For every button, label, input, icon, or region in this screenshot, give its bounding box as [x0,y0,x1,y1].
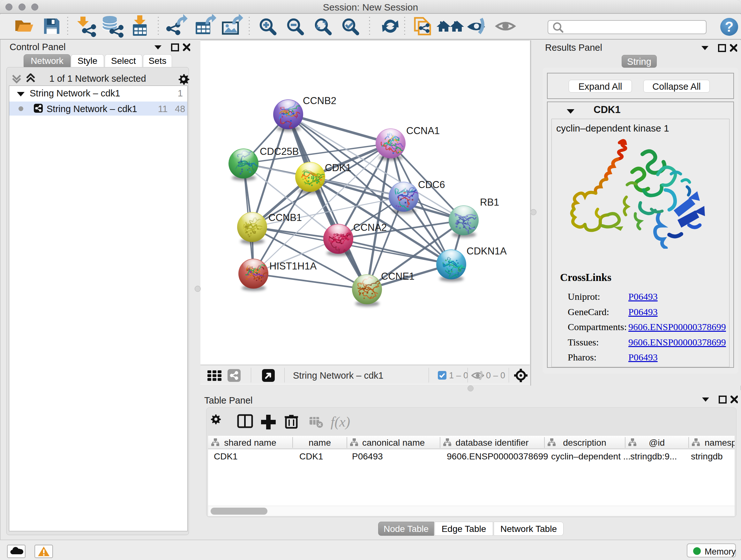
svg-text:CDK1: CDK1 [325,162,351,173]
svg-text:?: ? [725,19,734,35]
svg-text:CCNB1: CCNB1 [268,212,302,223]
svg-text:namespace: namespace [704,438,735,448]
svg-text:name: name [309,438,331,448]
svg-text:CDC25B: CDC25B [260,146,299,157]
svg-text:CCNA2: CCNA2 [353,222,387,233]
svg-text:CDC6: CDC6 [418,179,445,190]
svg-text:CDKN1A: CDKN1A [467,246,507,257]
svg-text:canonical name: canonical name [362,438,425,448]
svg-text:database identifier: database identifier [456,438,529,448]
svg-text:CCNA1: CCNA1 [406,125,440,136]
svg-text:CCNE1: CCNE1 [381,271,414,282]
svg-text:CCNB2: CCNB2 [303,95,336,106]
svg-text:HIST1H1A: HIST1H1A [269,260,317,272]
svg-text:RB1: RB1 [480,197,499,208]
svg-text:f(x): f(x) [331,414,350,430]
svg-text:description: description [563,438,606,448]
svg-text:shared name: shared name [224,438,276,448]
svg-text:@id: @id [649,438,665,448]
